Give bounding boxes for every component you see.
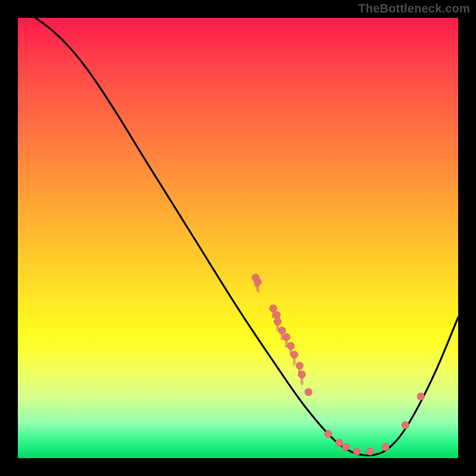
data-point [270, 305, 277, 312]
data-point [291, 351, 298, 358]
data-point [325, 430, 332, 437]
data-point [367, 448, 374, 455]
data-point [254, 278, 261, 286]
data-point [287, 342, 295, 349]
data-point [283, 333, 290, 340]
data-point [353, 448, 361, 455]
data-point [336, 439, 343, 446]
data-point [296, 362, 303, 369]
data-point [298, 371, 305, 378]
bottleneck-curve [18, 18, 458, 458]
data-point [382, 443, 389, 450]
data-point [274, 318, 281, 325]
data-point [402, 421, 409, 428]
data-point [278, 327, 286, 334]
watermark-text: TheBottleneck.com [358, 2, 470, 15]
data-point [417, 393, 424, 400]
data-point [305, 389, 312, 396]
data-point [273, 311, 280, 318]
plot-area [18, 18, 458, 458]
bottleneck-line [36, 18, 458, 455]
data-point [342, 443, 349, 450]
chart-root: TheBottleneck.com [0, 0, 476, 476]
